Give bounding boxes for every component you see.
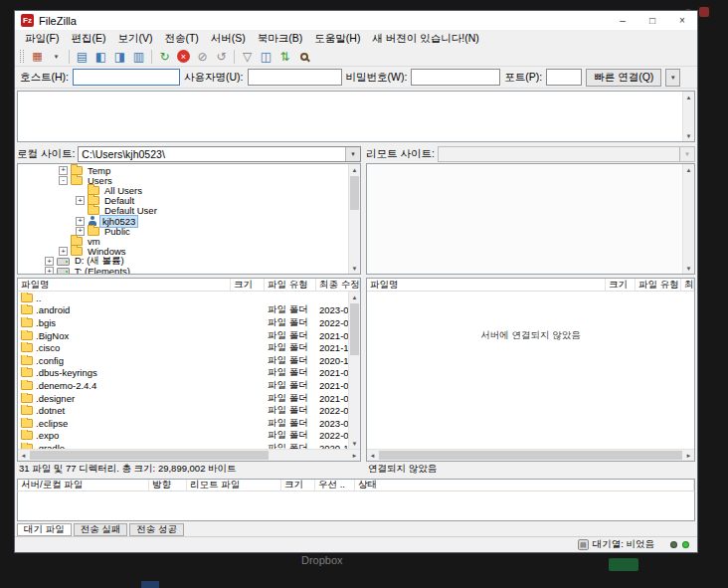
file-row[interactable]: .expo파일 폴더2022-03-1 (18, 430, 348, 443)
quickconnect-dropdown-button[interactable]: ▾ (665, 69, 680, 87)
scroll-up-icon[interactable]: ▲ (349, 292, 360, 302)
toggle-queue-button[interactable]: ▥ (130, 49, 147, 65)
maximize-button[interactable]: □ (637, 11, 667, 30)
filter-button[interactable]: ▽ (239, 49, 256, 65)
queue-column-priority[interactable]: 우선 .. (315, 480, 355, 490)
tree-expander-icon[interactable] (59, 176, 68, 185)
file-row[interactable]: .config파일 폴더2020-12-1 (18, 354, 348, 367)
tree-expander-icon[interactable] (59, 166, 68, 175)
menu-file[interactable]: 파일(F) (19, 32, 65, 46)
tab-failed-transfers[interactable]: 전송 실패 (74, 523, 128, 536)
scroll-down-icon[interactable]: ▼ (349, 438, 360, 449)
toggle-local-tree-icon: ◧ (95, 51, 106, 63)
column-header-filetype[interactable]: 파일 유형 (265, 279, 316, 291)
file-modified: 2022-03-1 (316, 430, 348, 441)
find-button[interactable] (295, 49, 312, 65)
tree-item[interactable]: vm (18, 236, 348, 246)
local-list-scrollbar[interactable]: ▲ ▼ (348, 292, 360, 449)
menu-server[interactable]: 서버(S) (205, 32, 252, 46)
file-row[interactable]: .BigNox파일 폴더2021-01-0 (18, 329, 348, 342)
scroll-right-icon[interactable]: ► (349, 453, 360, 459)
local-list-hscrollbar[interactable]: ◄ ► (18, 449, 360, 461)
column-header-size[interactable]: 크기 (606, 279, 636, 291)
toggle-message-log-button[interactable]: ▤ (74, 49, 91, 65)
disconnect-button[interactable]: ⊘ (194, 49, 211, 65)
file-row[interactable]: .android파일 폴더2023-01-0 (18, 304, 348, 317)
tree-expander-icon[interactable] (76, 196, 85, 205)
tree-item[interactable]: Windows (18, 247, 348, 257)
tree-item[interactable]: D: (새 볼륨) (18, 257, 348, 267)
toggle-local-tree-button[interactable]: ◧ (92, 49, 109, 65)
menu-transfer[interactable]: 전송(T) (158, 32, 204, 46)
menu-new-version[interactable]: 새 버젼이 있습니다!(N) (366, 32, 484, 46)
file-row[interactable]: .designer파일 폴더2021-04-0 (18, 392, 348, 405)
tree-expander-icon[interactable] (76, 217, 85, 226)
username-input[interactable] (248, 69, 342, 86)
scrollbar-thumb[interactable] (350, 176, 359, 210)
minimize-button[interactable]: – (608, 11, 637, 30)
file-row[interactable]: .dotnet파일 폴더2022-05-0 (18, 404, 348, 417)
queue-column-status[interactable]: 상태 (355, 480, 694, 490)
file-row[interactable]: .cisco파일 폴더2021-11-0 (18, 341, 348, 354)
tree-expander-icon[interactable] (59, 247, 68, 256)
scroll-up-icon[interactable]: ▲ (349, 164, 360, 175)
close-button[interactable]: × (667, 11, 697, 30)
chevron-down-icon[interactable]: ▾ (345, 147, 360, 161)
queue-column-direction[interactable]: 방향 (149, 480, 187, 490)
refresh-button[interactable]: ↻ (156, 49, 173, 65)
local-tree-scrollbar[interactable]: ▲ ▼ (348, 164, 360, 274)
scrollbar-thumb[interactable] (30, 451, 269, 460)
queue-column-remote-file[interactable]: 리모트 파일 (187, 480, 281, 490)
password-input[interactable] (411, 69, 500, 86)
toolbar-grip[interactable] (20, 50, 24, 63)
tab-successful-transfers[interactable]: 전송 성공 (129, 523, 184, 536)
tree-item[interactable]: Users (18, 175, 348, 185)
quickconnect-button[interactable]: 빠른 연결(Q) (586, 69, 661, 87)
file-row[interactable]: .bgis파일 폴더2022-06-0 (18, 316, 348, 329)
site-manager-button[interactable]: ▦ (29, 49, 46, 65)
scroll-up-icon[interactable]: ▲ (683, 92, 694, 102)
scroll-left-icon[interactable]: ◄ (18, 453, 29, 459)
tree-item-selected[interactable]: kjh0523 (18, 216, 348, 226)
menu-edit[interactable]: 편집(E) (65, 32, 111, 46)
sync-browsing-button[interactable]: ⇅ (276, 49, 293, 65)
tree-item[interactable]: Temp (18, 165, 348, 175)
tree-expander-icon[interactable] (45, 257, 54, 266)
tree-item[interactable]: All Users (18, 185, 348, 195)
tree-item[interactable]: Public (18, 226, 348, 236)
host-input[interactable] (73, 69, 180, 86)
column-header-filetype[interactable]: 파일 유형 (636, 279, 681, 291)
toggle-remote-tree-button[interactable]: ◨ (111, 49, 128, 65)
menu-bookmarks[interactable]: 북마크(B) (252, 32, 309, 46)
column-header-size[interactable]: 크기 (231, 279, 265, 291)
column-header-filename[interactable]: 파일명 (18, 279, 231, 291)
tree-expander-icon[interactable] (45, 267, 54, 274)
site-manager-dropdown-button[interactable]: ▾ (48, 49, 65, 65)
scroll-down-icon[interactable]: ▼ (683, 130, 694, 141)
menu-view[interactable]: 보기(V) (111, 32, 158, 46)
file-row[interactable]: .eclipse파일 폴더2023-01-0 (18, 417, 348, 430)
column-header-filename[interactable]: 파일명 (367, 279, 606, 291)
tree-item[interactable]: T: (Elements) (18, 267, 348, 274)
compare-button[interactable]: ◫ (258, 49, 274, 65)
file-row[interactable]: .. (18, 292, 348, 304)
tab-queued-files[interactable]: 대기 파일 (17, 523, 72, 536)
title-bar[interactable]: Fz FileZilla – □ × (15, 11, 697, 30)
scrollbar-thumb[interactable] (350, 303, 359, 355)
tree-item[interactable]: Default User (18, 206, 348, 216)
cancel-button[interactable]: × (175, 49, 192, 65)
file-row[interactable]: .gradle파일 폴더2020-12-1 (18, 442, 348, 449)
local-site-combobox[interactable]: C:\Users\kjh0523\ ▾ (78, 146, 361, 162)
file-row[interactable]: .denemo-2.4.4파일 폴더2021-09-0 (18, 379, 348, 392)
menu-help[interactable]: 도움말(H) (308, 32, 366, 46)
scroll-down-icon[interactable]: ▼ (349, 263, 360, 274)
queue-column-server-local-file[interactable]: 서버/로컬 파일 (18, 480, 149, 490)
reconnect-button[interactable]: ↺ (213, 49, 230, 65)
file-row[interactable]: .dbus-keyrings파일 폴더2021-03-0 (18, 367, 348, 380)
message-log-scrollbar[interactable]: ▲ ▼ (682, 92, 694, 141)
port-input[interactable] (546, 69, 582, 86)
column-header-modified[interactable]: 최종 수정 (316, 279, 360, 291)
tree-item[interactable]: Default (18, 196, 348, 206)
column-header-modified[interactable]: 최종 수정 (681, 279, 694, 291)
queue-column-size[interactable]: 크기 (281, 480, 315, 490)
